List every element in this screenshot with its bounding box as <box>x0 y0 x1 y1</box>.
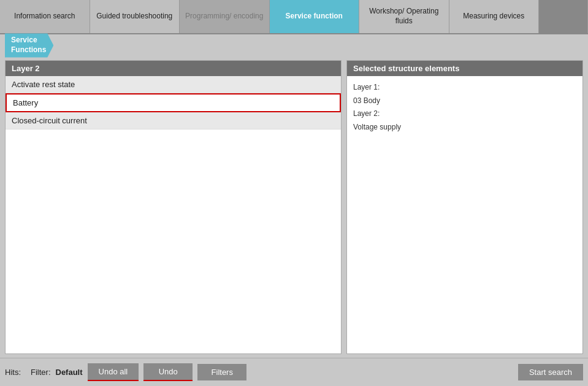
tab-measuring-devices[interactable]: Measuring devices <box>449 0 540 33</box>
filter-value: Default <box>56 368 83 377</box>
selected-structure-info: Layer 1: 03 Body Layer 2: Voltage supply <box>347 76 582 139</box>
tab-workshop-fluids[interactable]: Workshop/ Operating fluids <box>359 0 449 33</box>
top-navigation: Information search Guided troubleshootin… <box>0 0 588 34</box>
breadcrumb-service-functions: ServiceFunctions <box>5 33 53 57</box>
filter-label: Filter: <box>31 368 51 377</box>
right-panel-header: Selected structure elements <box>347 61 582 76</box>
undo-button[interactable]: Undo <box>143 363 193 381</box>
start-search-button[interactable]: Start search <box>518 364 583 380</box>
tab-extra <box>539 0 588 33</box>
list-item-battery[interactable]: Battery <box>6 93 341 112</box>
list-item-activate-rest-state[interactable]: Activate rest state <box>6 76 341 93</box>
left-panel-layer2: Layer 2 Activate rest state Battery Clos… <box>5 60 342 354</box>
main-content: Layer 2 Activate rest state Battery Clos… <box>0 56 588 358</box>
tab-programming-encoding: Programming/ encoding <box>180 0 270 33</box>
list-item-closed-circuit-current[interactable]: Closed-circuit current <box>6 112 341 129</box>
hits-label: Hits: <box>5 368 21 377</box>
tab-guided-troubleshooting[interactable]: Guided troubleshooting <box>90 0 180 33</box>
left-panel-header: Layer 2 <box>6 61 341 76</box>
bottom-bar: Hits: Filter: Default Undo all Undo Filt… <box>0 358 588 386</box>
right-panel-selected-elements: Selected structure elements Layer 1: 03 … <box>346 60 583 354</box>
filters-button[interactable]: Filters <box>197 364 246 380</box>
tab-information-search[interactable]: Information search <box>0 0 90 33</box>
breadcrumb-bar: ServiceFunctions <box>0 34 588 56</box>
undo-all-button[interactable]: Undo all <box>88 363 139 381</box>
tab-service-function[interactable]: Service function <box>270 0 360 33</box>
